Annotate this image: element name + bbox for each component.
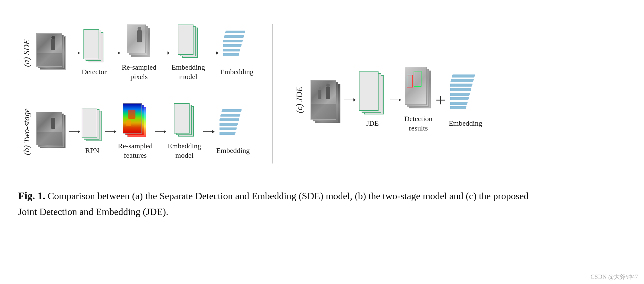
- svg-marker-3: [118, 51, 120, 54]
- arrow-3a: [156, 50, 171, 56]
- svg-marker-1: [78, 51, 80, 54]
- sde-label: (a) SDE: [18, 15, 35, 91]
- jde-camera: [311, 80, 341, 120]
- svg-rect-34: [450, 97, 469, 100]
- sde-embed-stack: [223, 29, 250, 65]
- jde-cam-1: [311, 80, 336, 120]
- section-divider: [272, 24, 273, 163]
- rpn-stack: [82, 108, 103, 144]
- jde-nn-stack: [359, 71, 386, 117]
- fig-label: Fig. 1.: [18, 190, 45, 201]
- arrow-1a: [67, 50, 82, 56]
- svg-rect-36: [450, 88, 471, 91]
- result-layer-1: [405, 67, 427, 105]
- svg-rect-23: [220, 127, 237, 130]
- svg-rect-26: [220, 114, 240, 117]
- row-sde: (a) SDE: [18, 15, 266, 91]
- arrow-jde-1: [341, 97, 359, 103]
- svg-rect-11: [223, 40, 243, 42]
- jde-results-stack: [405, 67, 432, 112]
- two-stage-camera-stack: [36, 112, 67, 151]
- cam-layer-b1: [36, 112, 62, 145]
- svg-rect-9: [223, 49, 241, 51]
- svg-rect-22: [220, 132, 236, 135]
- svg-marker-17: [114, 130, 116, 133]
- embed-b-stack: [220, 108, 247, 144]
- caption-text: Comparison between (a) the Separate Dete…: [18, 190, 529, 217]
- right-section: (c) JDE: [279, 15, 626, 173]
- jde-embedding: Embedding: [449, 71, 482, 128]
- watermark: CSDN @大斧钟47: [590, 273, 638, 281]
- arrow-4a: [205, 50, 220, 56]
- two-stage-camera: [36, 112, 67, 151]
- jde-embed-stack: [450, 71, 480, 117]
- two-stage-label: (b) Two-stage: [18, 94, 35, 170]
- jde-camera-stack: [311, 80, 341, 120]
- svg-rect-13: [225, 31, 245, 33]
- cam-layer-1: [36, 33, 62, 67]
- sde-pixels-stack: [127, 25, 151, 61]
- row-two-stage: (b) Two-stage: [18, 94, 266, 170]
- arrow-2a: [107, 50, 122, 56]
- sde-embed-svg: [223, 29, 250, 65]
- svg-rect-39: [452, 74, 475, 78]
- svg-marker-7: [216, 51, 219, 54]
- svg-marker-29: [353, 98, 356, 101]
- arrow-1b: [67, 129, 82, 135]
- plus-sign: +: [435, 90, 446, 111]
- embed-b-svg: [220, 108, 247, 144]
- two-stage-features: Re-sampled features: [118, 103, 153, 160]
- svg-marker-19: [164, 130, 166, 133]
- sde-detector: Detector: [82, 29, 107, 77]
- sde-embed-model: Embedding model: [171, 25, 205, 81]
- arrow-2b: [103, 129, 118, 135]
- left-section: (a) SDE: [18, 15, 266, 173]
- jde-nn-block: JDE: [359, 71, 386, 128]
- jde-embed-svg: [450, 71, 480, 117]
- svg-rect-25: [220, 118, 239, 121]
- svg-rect-37: [450, 84, 473, 87]
- sde-camera: [36, 33, 67, 73]
- svg-rect-24: [220, 123, 238, 126]
- sde-embedding: Embedding: [220, 29, 254, 77]
- svg-rect-8: [223, 53, 239, 56]
- sde-resampled-pixels: Re-sampled pixels: [122, 25, 157, 81]
- svg-marker-21: [212, 130, 215, 133]
- main-container: (a) SDE: [0, 0, 644, 284]
- svg-marker-15: [78, 130, 80, 133]
- two-stage-rpn: RPN: [82, 108, 103, 155]
- jde-detection-results: Detection results: [404, 67, 432, 133]
- jde-label: (c) JDE: [291, 27, 307, 173]
- svg-marker-31: [399, 98, 401, 101]
- svg-rect-12: [224, 35, 244, 38]
- sde-embed-model-stack: [178, 25, 199, 61]
- diagram-area: (a) SDE: [18, 12, 626, 176]
- svg-rect-32: [450, 106, 467, 109]
- svg-marker-5: [168, 51, 170, 54]
- svg-rect-38: [450, 79, 474, 82]
- svg-rect-35: [450, 93, 470, 96]
- embed-model-b-stack: [174, 103, 195, 140]
- sde-camera-stack: [36, 33, 67, 73]
- arrow-3b: [153, 129, 168, 135]
- figure-caption: Fig. 1. Comparison between (a) the Separ…: [18, 188, 532, 220]
- heatmap-stack: [123, 103, 147, 140]
- svg-rect-27: [221, 109, 242, 112]
- arrow-jde-2: [386, 97, 404, 103]
- two-stage-embed-model: Embedding model: [168, 103, 201, 160]
- arrow-4b: [201, 129, 216, 135]
- two-stage-embedding: Embedding: [216, 108, 250, 155]
- svg-rect-10: [223, 44, 242, 47]
- sde-detector-stack: [83, 29, 105, 65]
- svg-rect-33: [450, 102, 468, 105]
